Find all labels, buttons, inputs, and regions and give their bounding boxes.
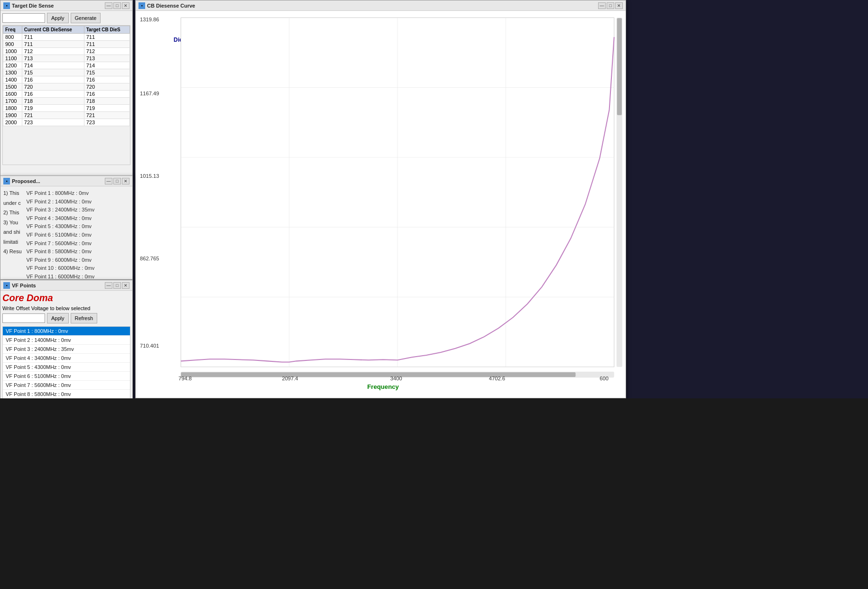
cell-current: 716 [22, 76, 84, 83]
list-item[interactable]: VF Point 8 : 5800MHz : 0mv [3, 390, 130, 399]
x-axis-label: Frequency [367, 383, 399, 390]
window-icon: ▪ [3, 2, 10, 9]
proposed-line-2: under c [3, 199, 22, 207]
table-row[interactable]: 2000723723 [3, 119, 130, 126]
offset-input[interactable] [2, 313, 45, 323]
list-item[interactable]: VF Point 3 : 2400MHz : 35mv [3, 345, 130, 354]
cell-current: 718 [22, 98, 84, 105]
close-button[interactable]: ✕ [122, 282, 129, 289]
cell-freq: 1600 [3, 91, 22, 98]
cell-current: 715 [22, 69, 84, 76]
proposed-titlebar[interactable]: ▪ Proposed... — □ ✕ [0, 176, 132, 186]
y-label-top: 1319.86 [140, 17, 159, 22]
cell-current: 716 [22, 91, 84, 98]
cell-target: 713 [84, 55, 129, 62]
vf-refresh-button[interactable]: Refresh [71, 313, 98, 323]
target-die-sense-titlebar[interactable]: ▪ Target Die Sense — □ ✕ [0, 0, 132, 11]
x-label-4: 4702.6 [489, 376, 505, 381]
cell-target: 721 [84, 112, 129, 119]
proposed-vf-item: VF Point 5 : 4300MHz : 0mv [27, 222, 95, 231]
minimize-button[interactable]: — [598, 2, 606, 9]
close-button[interactable]: ✕ [615, 2, 623, 9]
proposed-vf-item: VF Point 10 : 6000MHz : 0mv [27, 264, 95, 273]
proposed-line-1: 1) This [3, 189, 22, 197]
table-row[interactable]: 1300715715 [3, 69, 130, 76]
proposed-line-5: and shi [3, 228, 22, 236]
table-row[interactable]: 1000712712 [3, 48, 130, 55]
vf-points-titlebar[interactable]: ▪ VF Points — □ ✕ [0, 280, 132, 291]
vf-points-title: VF Points [12, 283, 103, 288]
cell-current: 719 [22, 105, 84, 112]
target-die-sense-window: ▪ Target Die Sense — □ ✕ Apply Generate … [0, 0, 133, 178]
proposed-vf-item: VF Point 4 : 3400MHz : 0mv [27, 214, 95, 223]
maximize-button[interactable]: □ [113, 282, 121, 289]
cb-diesense-curve-window: ▪ CB Diesense Curve — □ ✕ 1319.86 1167.4… [135, 0, 626, 398]
table-row[interactable]: 1200714714 [3, 62, 130, 69]
table-row[interactable]: 1400716716 [3, 76, 130, 83]
table-row[interactable]: 1700718718 [3, 98, 130, 105]
proposed-title: Proposed... [12, 178, 103, 184]
cell-freq: 800 [3, 34, 22, 41]
cell-current: 714 [22, 62, 84, 69]
proposed-window: ▪ Proposed... — □ ✕ 1) This under c 2) T… [0, 175, 133, 280]
cell-freq: 1700 [3, 98, 22, 105]
target-die-sense-content: Apply Generate Freq Current CB DieSense … [0, 11, 132, 167]
col-target: Target CB DieS [84, 26, 129, 34]
table-row[interactable]: 1800719719 [3, 105, 130, 112]
list-item[interactable]: VF Point 4 : 3400MHz : 0mv [3, 354, 130, 363]
maximize-button[interactable]: □ [607, 2, 614, 9]
proposed-line-6: limitati [3, 238, 22, 246]
close-button[interactable]: ✕ [122, 2, 129, 9]
cell-target: 723 [84, 119, 129, 126]
table-row[interactable]: 800711711 [3, 34, 130, 41]
proposed-content: 1) This under c 2) This 3) You and shi l… [0, 186, 132, 284]
apply-button[interactable]: Apply [47, 13, 69, 23]
proposed-vf-item: VF Point 7 : 5600MHz : 0mv [27, 239, 95, 248]
table-row[interactable]: 1100713713 [3, 55, 130, 62]
cell-target: 716 [84, 91, 129, 98]
close-button[interactable]: ✕ [122, 178, 129, 184]
svg-rect-13 [181, 372, 575, 377]
cb-diesense-content: 1319.86 1167.49 1015.13 862.765 710.401 … [136, 11, 626, 398]
y-label-2: 1167.49 [140, 91, 159, 96]
cell-current: 712 [22, 48, 84, 55]
target-die-sense-title: Target Die Sense [12, 3, 103, 9]
cell-target: 720 [84, 83, 129, 91]
maximize-button[interactable]: □ [113, 2, 121, 9]
table-row[interactable]: 1900721721 [3, 112, 130, 119]
target-value-input[interactable] [2, 13, 45, 23]
proposed-vf-item: VF Point 2 : 1400MHz : 0mv [27, 198, 95, 206]
dark-background [0, 398, 868, 589]
cell-freq: 1900 [3, 112, 22, 119]
table-scroll-container[interactable]: Freq Current CB DieSense Target CB DieS … [2, 25, 130, 165]
list-item[interactable]: VF Point 6 : 5100MHz : 0mv [3, 372, 130, 381]
proposed-line-3: 2) This [3, 209, 22, 217]
proposed-vf-item: VF Point 3 : 2400MHz : 35mv [27, 206, 95, 214]
proposed-vf-item: VF Point 8 : 5800MHz : 0mv [27, 248, 95, 256]
list-item[interactable]: VF Point 2 : 1400MHz : 0mv [3, 336, 130, 345]
generate-button[interactable]: Generate [71, 13, 101, 23]
minimize-button[interactable]: — [105, 2, 112, 9]
cb-diesense-titlebar[interactable]: ▪ CB Diesense Curve — □ ✕ [136, 0, 626, 11]
table-body: 8007117119007117111000712712110071371312… [3, 34, 130, 126]
window-controls: — □ ✕ [598, 2, 623, 9]
minimize-button[interactable]: — [105, 178, 112, 184]
window-controls: — □ ✕ [105, 282, 129, 289]
cell-target: 716 [84, 76, 129, 83]
table-row[interactable]: 1500720720 [3, 83, 130, 91]
list-item[interactable]: VF Point 1 : 800MHz : 0mv [3, 327, 130, 336]
proposed-vf-item: VF Point 6 : 5100MHz : 0mv [27, 231, 95, 239]
cell-current: 713 [22, 55, 84, 62]
cell-freq: 1000 [3, 48, 22, 55]
list-item[interactable]: VF Point 5 : 4300MHz : 0mv [3, 363, 130, 372]
proposed-line-4: 3) You [3, 219, 22, 227]
list-item[interactable]: VF Point 7 : 5600MHz : 0mv [3, 381, 130, 390]
minimize-button[interactable]: — [105, 282, 112, 289]
cell-freq: 1200 [3, 62, 22, 69]
y-label-3: 1015.13 [140, 173, 159, 179]
vf-apply-button[interactable]: Apply [47, 313, 69, 323]
svg-rect-15 [617, 18, 622, 115]
maximize-button[interactable]: □ [113, 178, 121, 184]
table-row[interactable]: 1600716716 [3, 91, 130, 98]
table-row[interactable]: 900711711 [3, 41, 130, 48]
